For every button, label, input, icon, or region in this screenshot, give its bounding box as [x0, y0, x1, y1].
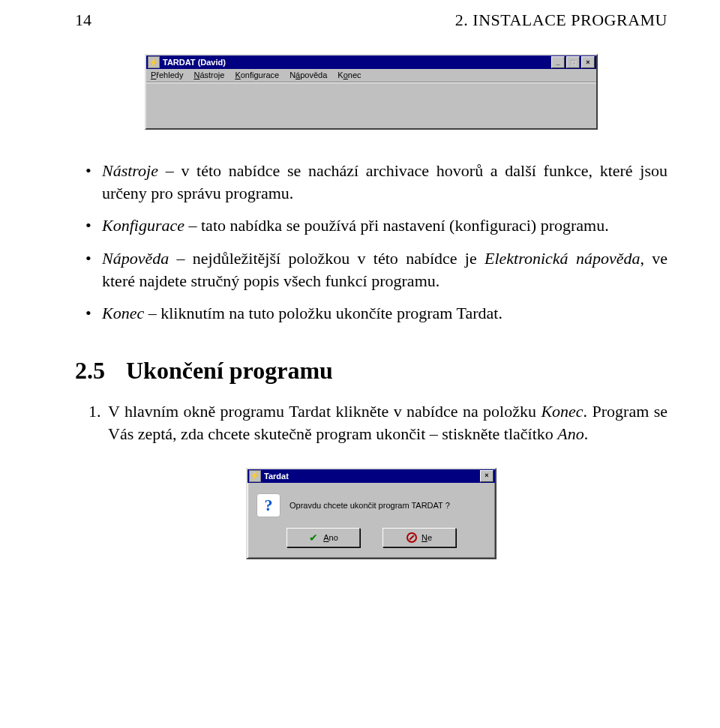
- chapter-title: 2. INSTALACE PROGRAMU: [455, 10, 668, 30]
- step-1: V hlavním okně programu Tardat klikněte …: [105, 400, 668, 445]
- menu-konfigurace[interactable]: Konfigurace: [235, 70, 279, 79]
- step-text: .: [584, 424, 589, 443]
- question-icon: ?: [256, 493, 280, 517]
- dialog-titlebar: ⚡ Tardat ×: [248, 469, 495, 483]
- bullet-text: – nejdůležitější položkou v této nabídce…: [169, 249, 484, 268]
- minimize-button[interactable]: _: [551, 56, 565, 68]
- confirm-dialog: ⚡ Tardat × ? Opravdu chcete ukončit prog…: [246, 468, 496, 559]
- bullet-konfigurace: Konfigurace – tato nabídka se používá př…: [102, 214, 668, 237]
- section-title: Ukončení programu: [126, 357, 333, 384]
- bullet-name: Konec: [102, 304, 144, 322]
- titlebar: ⚡ TARDAT (David) _ □ ×: [146, 55, 596, 69]
- dialog-message: Opravdu chcete ukončit program TARDAT ?: [290, 501, 450, 510]
- page-header: 14 2. INSTALACE PROGRAMU: [75, 0, 668, 54]
- main-window: ⚡ TARDAT (David) _ □ × Přehledy Nástroje…: [145, 54, 598, 130]
- app-icon: ⚡: [249, 470, 261, 482]
- body-text: Nástroje – v této nabídce se nachází arc…: [75, 160, 668, 445]
- section-heading: 2.5Ukončení programu: [75, 355, 668, 387]
- step-emph: Ano: [557, 424, 584, 443]
- bullet-name: Nápověda: [102, 249, 169, 268]
- no-icon: [406, 532, 417, 543]
- app-icon: ⚡: [148, 56, 160, 68]
- bullet-text: – v této nabídce se nachází archivace ho…: [102, 161, 668, 202]
- bullet-konec: Konec – kliknutím na tuto položku ukončí…: [102, 302, 668, 325]
- dialog-body: ? Opravdu chcete ukončit program TARDAT …: [248, 483, 495, 558]
- menu-prehledy[interactable]: Přehledy: [151, 70, 183, 79]
- bullet-name: Nástroje: [102, 161, 158, 180]
- yes-button[interactable]: ✔ Ano: [286, 528, 360, 547]
- check-icon: ✔: [308, 532, 319, 543]
- menu-nastroje[interactable]: Nástroje: [194, 70, 224, 79]
- window-title: TARDAT (David): [163, 58, 551, 67]
- bullet-text: – tato nabídka se používá při nastavení …: [184, 216, 609, 235]
- close-button[interactable]: ×: [581, 56, 595, 68]
- bullet-emph: Elektronická nápověda: [484, 249, 640, 268]
- bullet-name: Konfigurace: [102, 216, 184, 235]
- maximize-button[interactable]: □: [566, 56, 580, 68]
- bullet-nastroje: Nástroje – v této nabídce se nachází arc…: [102, 160, 668, 204]
- page-number: 14: [75, 10, 92, 30]
- bullet-napoveda: Nápověda – nejdůležitější položkou v tét…: [102, 247, 668, 292]
- step-emph: Konec: [541, 402, 583, 421]
- menu-konec[interactable]: Konec: [338, 70, 361, 79]
- bullet-text: – kliknutím na tuto položku ukončíte pro…: [144, 304, 502, 322]
- window-client-area: [146, 82, 596, 128]
- dialog-title: Tardat: [264, 472, 480, 481]
- step-text: V hlavním okně programu Tardat klikněte …: [108, 402, 541, 421]
- menubar: Přehledy Nástroje Konfigurace Nápověda K…: [146, 69, 596, 82]
- no-button[interactable]: Ne: [382, 528, 456, 547]
- dialog-close-button[interactable]: ×: [480, 470, 494, 482]
- menu-napoveda[interactable]: Nápověda: [290, 70, 327, 79]
- section-number: 2.5: [75, 357, 105, 384]
